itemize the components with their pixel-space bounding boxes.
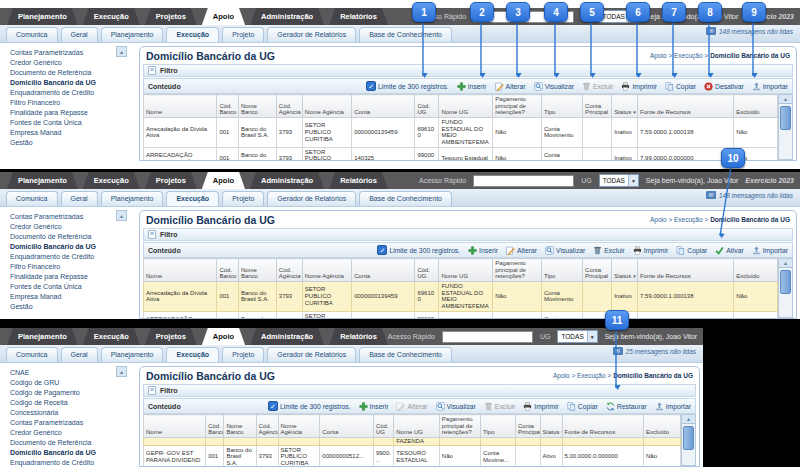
insert-button[interactable]: Inserir (457, 82, 487, 91)
column-header-nome[interactable]: Nome (144, 95, 217, 118)
sidebar-item-contas-parametrizadas[interactable]: Contas Parametrizadas (10, 417, 133, 427)
menu-item-apoio[interactable]: Apoio (202, 172, 245, 189)
column-header-conta[interactable]: Conta (352, 95, 415, 118)
sidebar-item-concessionaria[interactable]: Concessionária (10, 407, 133, 417)
limit-checkbox[interactable]: ✓ (377, 245, 387, 255)
column-header-nome[interactable]: Nome (144, 415, 206, 438)
column-header-nome-ug[interactable]: Nome UG (439, 95, 493, 118)
column-header-conta-principal[interactable]: Conta Principal (515, 415, 540, 438)
column-header-nome-agencia[interactable]: Nome Agência (302, 259, 351, 282)
limit-300-option[interactable]: ✓Limite de 300 registros. (377, 245, 460, 255)
tab-projeto[interactable]: Projeto (222, 347, 264, 362)
sidebar-item-contas-parametrizadas[interactable]: Contas Parametrizadas (10, 47, 133, 57)
sidebar-item-cnae[interactable]: CNAE (10, 367, 133, 377)
table-row[interactable]: ARRECADAÇÃO BIBLIOTECA PÚBLICA001Banco d… (144, 147, 778, 160)
sidebar-item-credor-generico[interactable]: Credor Genérico (10, 221, 133, 231)
tab-gerador-de-relatorios[interactable]: Gerador de Relatórios (267, 347, 356, 362)
sidebar-scrollbar[interactable]: ▲ (116, 46, 127, 57)
scroll-thumb[interactable] (683, 426, 694, 450)
column-header-excluido[interactable]: Excluído (734, 259, 778, 282)
tab-planejamento[interactable]: Planejamento (101, 347, 164, 362)
column-header-cod-banco[interactable]: Cód. Banco (217, 259, 239, 282)
table-row[interactable]: Arrecadação da Dívida Ativa001Banco do B… (144, 117, 778, 147)
column-header-fonte-de-recursos[interactable]: Fonte de Recursos (638, 259, 734, 282)
menu-item-planejamento[interactable]: Planejamento (7, 8, 78, 25)
sidebar-item-finalidade-para-repasse[interactable]: Finalidade para Repasse (10, 107, 133, 117)
limit-300-option[interactable]: ✓Limite de 300 registros. (268, 401, 351, 411)
view-button[interactable]: Visualizar (545, 246, 585, 255)
column-header-nome-ug[interactable]: Nome UG (394, 415, 440, 438)
sidebar-item-documento-de-referencia[interactable]: Documento de Referência (10, 231, 133, 241)
table-scrollbar[interactable]: ▲ (778, 94, 793, 160)
sidebar-item-credor-generico[interactable]: Credor Genérico (10, 57, 133, 67)
breadcrumb-path[interactable]: Apoio > Execução > (650, 216, 708, 223)
menu-item-administracao[interactable]: Administração (250, 8, 324, 25)
tab-geral[interactable]: Geral (61, 191, 98, 206)
column-header-tipo[interactable]: Tipo (541, 95, 582, 118)
import-button[interactable]: Importar (752, 82, 788, 91)
column-header-cod-agencia[interactable]: Cód. Agência (256, 415, 278, 438)
table-scrollbar[interactable]: ▲ (681, 414, 696, 466)
column-header-nome-ug[interactable]: Nome UG (439, 259, 493, 282)
column-header-tipo[interactable]: Tipo (481, 415, 516, 438)
filter-section-header[interactable]: » Filtro (143, 228, 793, 241)
column-header-pagamento-principal-de-retencoes[interactable]: Pagamento principal de retenções? (493, 95, 542, 118)
column-header-conta-principal[interactable]: Conta Principal (583, 259, 612, 282)
menu-item-relatorios[interactable]: Relatórios (329, 328, 388, 345)
tab-projeto[interactable]: Projeto (222, 191, 264, 206)
sidebar-item-enquadramento-de-credito[interactable]: Enquadramento de Crédito (10, 87, 133, 97)
menu-item-projetos[interactable]: Projetos (145, 328, 197, 345)
view-button[interactable]: Visualizar (436, 402, 476, 411)
tab-comunica[interactable]: Comunica (6, 191, 58, 206)
print-button[interactable]: Imprimir (633, 246, 669, 255)
tab-projeto[interactable]: Projeto (222, 27, 264, 42)
delete-button[interactable]: Excluir (593, 246, 624, 255)
scroll-up-icon[interactable]: ▲ (779, 259, 792, 268)
tab-geral[interactable]: Geral (61, 27, 98, 42)
import-button[interactable]: Importar (752, 246, 788, 255)
menu-item-planejamento[interactable]: Planejamento (7, 172, 78, 189)
filter-section-header[interactable]: » Filtro (143, 384, 696, 397)
scroll-up-icon[interactable]: ▲ (682, 415, 695, 424)
tab-comunica[interactable]: Comunica (6, 347, 58, 362)
restore-button[interactable]: Restaurar (606, 402, 647, 411)
column-header-nome-agencia[interactable]: Nome Agência (302, 95, 351, 118)
sidebar-item-gestao[interactable]: Gestão (10, 301, 133, 311)
column-header-excluido[interactable]: Excluído (734, 95, 778, 118)
tab-comunica[interactable]: Comunica (6, 27, 58, 42)
sidebar-item-filtro-financeiro[interactable]: Filtro Financeiro (10, 97, 133, 107)
column-header-excluido[interactable]: Excluído (643, 415, 680, 438)
tab-geral[interactable]: Geral (61, 347, 98, 362)
sidebar-item-domicilio-bancario-da-ug[interactable]: Domicílio Bancário da UG (10, 241, 133, 251)
menu-item-administracao[interactable]: Administração (250, 172, 324, 189)
menu-item-execucao[interactable]: Execução (83, 328, 140, 345)
column-header-cod-banco[interactable]: Cód. Banco (217, 95, 239, 118)
breadcrumb-path[interactable]: Apoio > Execução > (553, 372, 611, 379)
print-button[interactable]: Imprimir (523, 402, 559, 411)
tab-planejamento[interactable]: Planejamento (101, 27, 164, 42)
tab-execucao[interactable]: Execução (166, 347, 219, 362)
insert-button[interactable]: Inserir (359, 402, 389, 411)
column-header-tipo[interactable]: Tipo (541, 259, 582, 282)
column-header-pagamento-principal-de-retencoes[interactable]: Pagamento principal de retenções? (439, 415, 480, 438)
limit-checkbox[interactable]: ✓ (268, 401, 278, 411)
tab-base-de-conhecimento[interactable]: Base de Conhecimento (359, 347, 452, 362)
sidebar-item-empresa-manad[interactable]: Empresa Manad (10, 291, 133, 301)
limit-300-option[interactable]: ✓Limite de 300 registros. (366, 81, 449, 91)
menu-item-projetos[interactable]: Projetos (145, 172, 197, 189)
scroll-thumb[interactable] (780, 270, 791, 294)
tab-gerador-de-relatorios[interactable]: Gerador de Relatórios (267, 191, 356, 206)
sidebar-item-credor-generico[interactable]: Credor Genérico (10, 427, 133, 437)
ug-select[interactable]: TODAS▼ (557, 330, 597, 343)
breadcrumb[interactable]: Apoio > Execução >Domicílio Bancário da … (650, 216, 790, 223)
tab-execucao[interactable]: Execução (166, 27, 219, 42)
column-header-fonte-de-recursos[interactable]: Fonte de Recursos (562, 415, 643, 438)
tab-base-de-conhecimento[interactable]: Base de Conhecimento (359, 27, 452, 42)
column-header-nome-banco[interactable]: Nome Banco (238, 95, 276, 118)
column-header-cod-ug[interactable]: Cód. UG (415, 259, 439, 282)
sidebar-item-codigo-de-pagamento[interactable]: Código de Pagamento (10, 387, 133, 397)
sidebar-item-fontes-de-conta-unica[interactable]: Fontes de Conta Única (10, 117, 133, 127)
quick-access-input[interactable] (442, 331, 533, 343)
menu-item-relatorios[interactable]: Relatórios (329, 8, 388, 25)
edit-button[interactable]: Alterar (495, 82, 526, 91)
